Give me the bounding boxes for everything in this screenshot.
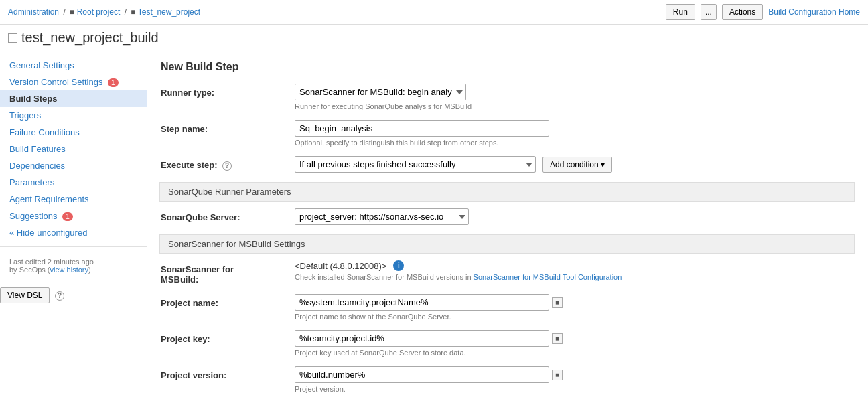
page-checkbox-icon xyxy=(8,33,17,43)
project-name-row: Project name: ■ Project name to show at … xyxy=(161,294,855,321)
step-name-hint: Optional, specify to distinguish this bu… xyxy=(295,139,855,147)
view-history-link[interactable]: view history xyxy=(50,266,88,274)
sidebar-item-dependencies[interactable]: Dependencies xyxy=(0,157,147,174)
run-button[interactable]: Run xyxy=(666,4,695,20)
sidebar-item-triggers[interactable]: Triggers xyxy=(0,107,147,124)
top-actions: Run ... Actions Build Configuration Home xyxy=(666,4,860,20)
breadcrumb-admin[interactable]: Administration xyxy=(8,7,59,17)
view-dsl-button[interactable]: View DSL xyxy=(0,287,50,303)
section-title: New Build Step xyxy=(161,61,855,73)
run-more-button[interactable]: ... xyxy=(701,4,717,20)
sonarqube-server-label: SonarQube Server: xyxy=(161,208,295,222)
sonar-scanner-msbuild-label: SonarScanner for MSBuild: xyxy=(161,260,295,285)
project-key-input-group: ■ xyxy=(295,330,855,347)
step-name-input[interactable] xyxy=(295,120,549,137)
sonar-scanner-msbuild-hint: Check installed SonarScanner for MSBuild… xyxy=(295,273,855,281)
project-key-label: Project key: xyxy=(161,330,295,344)
step-name-field: Optional, specify to distinguish this bu… xyxy=(295,120,855,147)
execute-row: If all previous steps finished successfu… xyxy=(295,156,855,173)
suggestions-badge: 1 xyxy=(62,212,73,221)
project-version-icon[interactable]: ■ xyxy=(552,370,563,380)
sidebar: General Settings Version Control Setting… xyxy=(0,50,147,399)
project-key-field: ■ Project key used at SonarQube Server t… xyxy=(295,330,855,357)
actions-button[interactable]: Actions xyxy=(722,4,763,20)
project-version-label: Project version: xyxy=(161,366,295,380)
sidebar-item-build-steps[interactable]: Build Steps xyxy=(0,90,147,107)
dsl-help-icon[interactable]: ? xyxy=(55,291,64,301)
runner-type-field: SonarScanner for MSBuild: begin analy Ru… xyxy=(295,84,855,110)
sidebar-item-agent-requirements[interactable]: Agent Requirements xyxy=(0,191,147,208)
runner-type-select[interactable]: SonarScanner for MSBuild: begin analy xyxy=(295,84,466,100)
layout: General Settings Version Control Setting… xyxy=(0,50,868,399)
hide-unconfigured-link[interactable]: « Hide unconfigured xyxy=(0,224,147,241)
page-title-bar: test_new_project_build xyxy=(0,25,868,50)
execute-step-field: If all previous steps finished successfu… xyxy=(295,156,855,173)
add-condition-button[interactable]: Add condition ▾ xyxy=(542,157,612,173)
sonar-scanner-msbuild-row: SonarScanner for MSBuild: <Default (4.8.… xyxy=(161,260,855,285)
msbuild-tool-config-link[interactable]: SonarScanner for MSBuild Tool Configurat… xyxy=(474,273,622,281)
sonarqube-server-row: SonarQube Server: project_server: https:… xyxy=(161,208,855,225)
project-key-hint: Project key used at SonarQube Server to … xyxy=(295,349,855,357)
project-version-input-group: ■ xyxy=(295,366,855,383)
step-name-label: Step name: xyxy=(161,120,295,134)
project-key-row: Project key: ■ Project key used at Sonar… xyxy=(161,330,855,357)
project-name-icon[interactable]: ■ xyxy=(552,297,563,308)
sonarqube-server-field: project_server: https://sonar.vs-sec.io xyxy=(295,208,855,225)
project-version-input[interactable] xyxy=(295,366,549,383)
step-name-row: Step name: Optional, specify to distingu… xyxy=(161,120,855,147)
sonar-scanner-msbuild-value: <Default (4.8.0.12008)> xyxy=(295,261,386,271)
sidebar-item-failure-conditions[interactable]: Failure Conditions xyxy=(0,124,147,141)
sonar-scanner-info-icon[interactable]: i xyxy=(393,260,404,271)
project-name-label: Project name: xyxy=(161,294,295,308)
sidebar-item-parameters[interactable]: Parameters xyxy=(0,174,147,191)
project-name-input[interactable] xyxy=(295,294,549,311)
sidebar-divider xyxy=(0,246,147,247)
project-version-field: ■ Project version. xyxy=(295,366,855,393)
project-name-field: ■ Project name to show at the SonarQube … xyxy=(295,294,855,321)
runner-type-row: Runner type: SonarScanner for MSBuild: b… xyxy=(161,84,855,110)
sonar-scanner-msbuild-field: <Default (4.8.0.12008)> i Check installe… xyxy=(295,260,855,281)
execute-step-select[interactable]: If all previous steps finished successfu… xyxy=(295,156,536,173)
execute-step-help-icon[interactable]: ? xyxy=(222,161,232,171)
sonarqube-server-select[interactable]: project_server: https://sonar.vs-sec.io xyxy=(295,208,469,225)
top-bar: Administration / ■ Root project / ■ Test… xyxy=(0,0,868,25)
sonarqube-params-section: SonarQube Runner Parameters xyxy=(159,182,855,202)
sidebar-item-general-settings[interactable]: General Settings xyxy=(0,57,147,74)
page-title: test_new_project_build xyxy=(8,30,860,46)
msbuild-settings-section: SonarScanner for MSBuild Settings xyxy=(159,234,855,254)
project-version-row: Project version: ■ Project version. xyxy=(161,366,855,393)
breadcrumb-test[interactable]: Test_new_project xyxy=(138,7,200,17)
breadcrumb: Administration / ■ Root project / ■ Test… xyxy=(8,7,200,17)
runner-type-hint: Runner for executing SonarQube analysis … xyxy=(295,102,855,110)
main-content: New Build Step Runner type: SonarScanner… xyxy=(147,50,868,399)
sidebar-meta: Last edited 2 minutes ago by SecOps (vie… xyxy=(0,252,147,279)
project-key-icon[interactable]: ■ xyxy=(552,333,563,344)
execute-step-row: Execute step: ? If all previous steps fi… xyxy=(161,156,855,173)
sidebar-item-version-control[interactable]: Version Control Settings 1 xyxy=(0,74,147,90)
build-home-link[interactable]: Build Configuration Home xyxy=(768,7,860,17)
breadcrumb-root[interactable]: Root project xyxy=(77,7,121,17)
project-name-hint: Project name to show at the SonarQube Se… xyxy=(295,313,855,321)
project-key-input[interactable] xyxy=(295,330,549,347)
runner-type-label: Runner type: xyxy=(161,84,295,98)
sidebar-item-suggestions[interactable]: Suggestions 1 xyxy=(0,208,147,224)
project-version-hint: Project version. xyxy=(295,385,855,393)
execute-step-label: Execute step: ? xyxy=(161,156,295,171)
version-control-badge: 1 xyxy=(108,78,119,87)
sidebar-item-build-features[interactable]: Build Features xyxy=(0,141,147,157)
project-name-input-group: ■ xyxy=(295,294,855,311)
